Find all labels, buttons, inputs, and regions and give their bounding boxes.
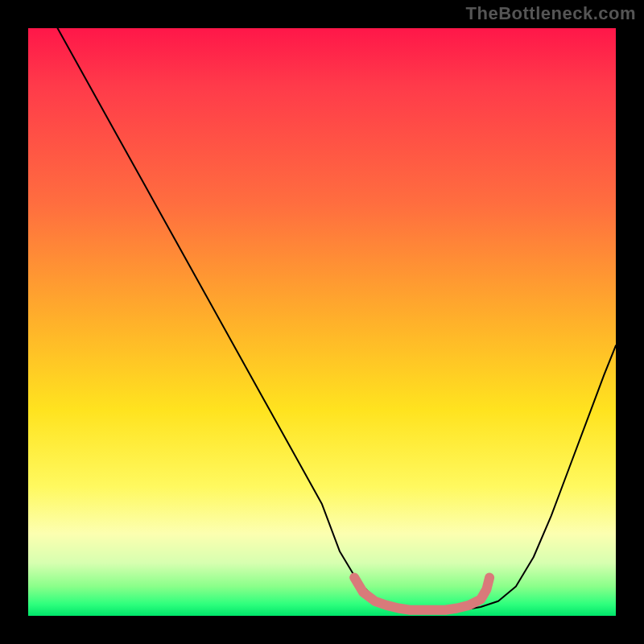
bottleneck-curve (58, 28, 617, 610)
watermark-text: TheBottleneck.com (466, 3, 636, 24)
plot-area (28, 28, 616, 616)
curve-layer (28, 28, 616, 616)
chart-frame: TheBottleneck.com (0, 0, 644, 644)
optimal-band-marker (354, 578, 489, 610)
